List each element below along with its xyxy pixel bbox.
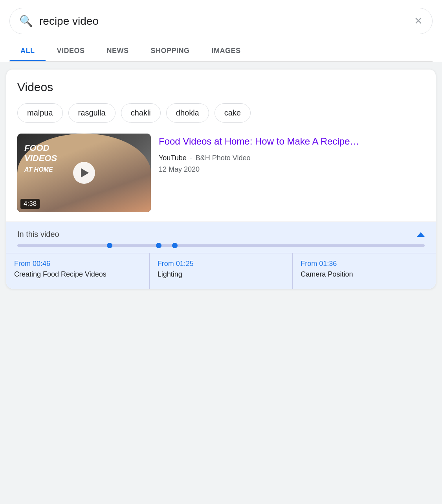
in-this-video-label: In this video <box>17 230 59 239</box>
tab-shopping[interactable]: SHOPPING <box>140 40 201 61</box>
thumbnail-overlay-text: FOOD VIDEOS AT HOME <box>24 143 57 174</box>
video-source: YouTube <box>159 154 187 162</box>
chip-rasgulla[interactable]: rasgulla <box>68 103 116 123</box>
chips-row: malpua rasgulla chakli dhokla cake <box>17 103 425 123</box>
search-tabs: ALL VIDEOS NEWS SHOPPING IMAGES <box>9 40 433 61</box>
video-thumbnail[interactable]: FOOD VIDEOS AT HOME 4:38 <box>17 134 151 212</box>
search-bar: 🔍 ✕ <box>9 8 433 34</box>
timeline-segments: From 00:46 Creating Food Recipe Videos F… <box>6 253 436 289</box>
meta-separator: · <box>190 154 194 162</box>
play-button[interactable] <box>73 162 95 184</box>
video-date: 12 May 2020 <box>159 164 425 175</box>
top-bar: 🔍 ✕ ALL VIDEOS NEWS SHOPPING IMAGES <box>0 0 442 62</box>
search-input[interactable] <box>39 15 414 27</box>
video-title[interactable]: Food Videos at Home: How to Make A Recip… <box>159 135 425 148</box>
segment-1-time[interactable]: From 00:46 <box>14 260 141 268</box>
chevron-up-icon[interactable] <box>417 232 425 237</box>
segment-1-desc: Creating Food Recipe Videos <box>14 269 141 279</box>
chip-cake[interactable]: cake <box>215 103 251 123</box>
tab-images[interactable]: IMAGES <box>201 40 252 61</box>
video-result: FOOD VIDEOS AT HOME 4:38 Food Videos at … <box>17 134 425 212</box>
segment-3-desc: Camera Position <box>301 269 428 279</box>
timeline-dot-2 <box>156 243 161 248</box>
video-channel: B&H Photo Video <box>196 154 251 162</box>
timeline-dot-1 <box>107 243 112 248</box>
duration-badge: 4:38 <box>20 199 40 209</box>
main-content: Videos malpua rasgulla chakli dhokla cak… <box>0 62 442 297</box>
chip-chakli[interactable]: chakli <box>121 103 161 123</box>
play-triangle-icon <box>81 168 89 178</box>
search-icon: 🔍 <box>19 15 33 27</box>
video-info: Food Videos at Home: How to Make A Recip… <box>159 134 425 212</box>
segment-2: From 01:25 Lighting <box>150 253 293 289</box>
segment-2-time[interactable]: From 01:25 <box>158 260 285 268</box>
segment-1: From 00:46 Creating Food Recipe Videos <box>6 253 150 289</box>
tab-videos[interactable]: VIDEOS <box>46 40 96 61</box>
timeline-dot-3 <box>172 243 178 248</box>
segment-3: From 01:36 Camera Position <box>293 253 436 289</box>
video-meta: YouTube · B&H Photo Video <box>159 152 425 164</box>
chip-dhokla[interactable]: dhokla <box>166 103 209 123</box>
tab-news[interactable]: NEWS <box>96 40 140 61</box>
clear-icon[interactable]: ✕ <box>414 15 423 27</box>
in-this-video-header: In this video <box>17 230 425 239</box>
videos-card: Videos malpua rasgulla chakli dhokla cak… <box>6 70 436 289</box>
segment-3-time[interactable]: From 01:36 <box>301 260 428 268</box>
chip-malpua[interactable]: malpua <box>17 103 63 123</box>
timeline-bar <box>17 244 425 247</box>
in-this-video-section: In this video From 00:46 Creating Food R… <box>6 222 436 289</box>
segment-2-desc: Lighting <box>158 269 285 279</box>
tab-all[interactable]: ALL <box>9 40 46 61</box>
videos-heading: Videos <box>17 81 425 94</box>
